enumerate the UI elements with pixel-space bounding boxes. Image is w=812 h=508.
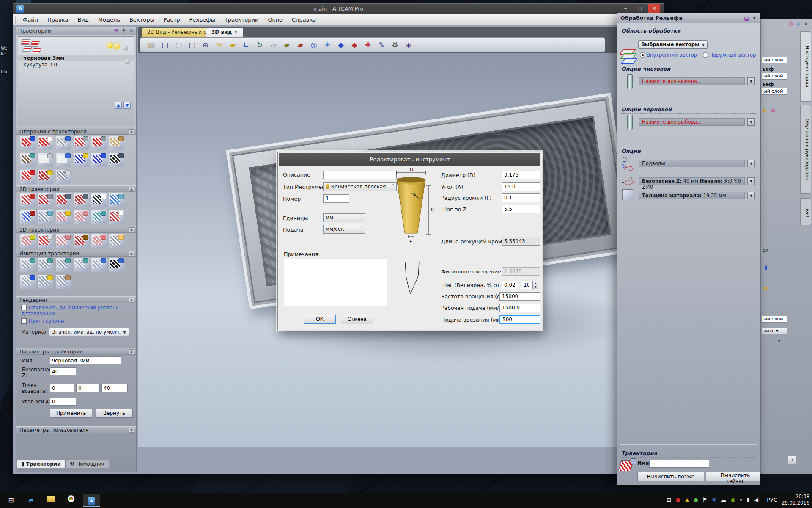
collapse-icon[interactable]: ▲	[129, 129, 134, 134]
toolpaths-panel-header[interactable]: Траектории ▤ ╀ ✕	[16, 27, 136, 35]
toolpath-item-tool[interactable]: кукуруза 3.0	[18, 61, 134, 68]
plunge-rate-input[interactable]	[499, 315, 540, 324]
safe-z-dropdown-icon[interactable]: ▼	[747, 177, 755, 185]
button-fragment[interactable]: вить ▾	[762, 328, 787, 334]
diamond-multi-icon[interactable]: ◈	[402, 39, 415, 51]
cloud-icon[interactable]: ☁	[721, 497, 726, 503]
material-dropdown[interactable]: Значен. имитац. по умолч.▼	[49, 328, 129, 336]
tool-icon-sim1-5[interactable]	[91, 258, 107, 272]
menu-item-10[interactable]: Справка	[287, 14, 321, 25]
taskbar-ie[interactable]: e	[22, 494, 39, 507]
close-icon[interactable]: ✕	[804, 21, 808, 27]
tab-assistant[interactable]: ⚒ Помощник	[66, 460, 110, 468]
network-icon[interactable]: ▮	[747, 497, 750, 503]
tool-icon-sim1-2[interactable]	[38, 258, 53, 272]
tool-icon-ops2-2[interactable]	[38, 153, 53, 167]
menu-item-7[interactable]: Рельефы	[185, 14, 220, 25]
up-arrow-icon[interactable]: ⬆	[763, 264, 769, 272]
vectors-dropdown[interactable]: Выбранные векторы▼	[638, 40, 708, 49]
view-cube-front-icon[interactable]: ▢	[159, 39, 171, 51]
tool-icon-ops3-2[interactable]	[38, 170, 53, 184]
tool-icon-d3r1-1[interactable]	[20, 234, 36, 248]
tab-tutorials[interactable]: Обучающие руководства	[800, 105, 811, 194]
radio-inner-vector[interactable]: Внутренний вектор	[640, 52, 697, 58]
tool-icon-ops1-5[interactable]	[91, 136, 107, 150]
gdrive-icon[interactable]: ▲	[685, 497, 689, 503]
tool-number-input[interactable]	[323, 194, 349, 203]
collapse-icon[interactable]: ▲	[129, 187, 134, 192]
tool-icon-d2r2-1[interactable]	[20, 210, 36, 224]
rings-icon[interactable]: ◎	[307, 39, 320, 51]
tool-icon-d2r2-6[interactable]	[109, 210, 124, 224]
revert-button[interactable]: Вернуть	[96, 409, 133, 418]
tool-icon-ops1-3[interactable]	[56, 136, 71, 150]
thickness-dropdown-icon[interactable]: ▼	[747, 192, 755, 199]
section-3d[interactable]: 3D траектории▲	[16, 226, 136, 233]
bluetooth-icon[interactable]: ❖	[712, 497, 717, 503]
stepover-spinner[interactable]: ▲▼	[532, 281, 538, 289]
tool-icon-sim1-6[interactable]	[109, 258, 124, 272]
menu-item-8[interactable]: Траектории	[220, 14, 263, 25]
tool-icon-sim1-3[interactable]	[56, 258, 71, 272]
light1-icon[interactable]	[107, 43, 113, 48]
tool-icon-ops1-1[interactable]	[20, 136, 36, 150]
return-y-input[interactable]	[76, 384, 100, 392]
safe-z-input[interactable]	[50, 367, 76, 375]
calc-later-button[interactable]: Вычислить позже	[637, 472, 704, 481]
section-2d[interactable]: 2D траектории▲	[16, 185, 136, 192]
checkbox[interactable]	[21, 318, 27, 324]
tab-live[interactable]: Live!	[800, 198, 811, 225]
move-up-button[interactable]: ▲	[115, 102, 122, 109]
plus-icon[interactable]: ✛	[796, 21, 801, 27]
description-input[interactable]	[323, 171, 397, 179]
stepdown-input[interactable]	[502, 205, 540, 213]
flower-icon[interactable]: ✿	[763, 285, 768, 291]
plane-olive-icon[interactable]: ▰	[280, 39, 293, 51]
toolpath-name-input[interactable]	[649, 460, 709, 468]
tool-icon-ops2-4[interactable]	[74, 153, 89, 167]
layer-name-fragment[interactable]: ый слой	[762, 73, 787, 80]
tool-icon-d3r1-4[interactable]	[74, 234, 89, 248]
finish-tool-picker[interactable]: Нажмите для выбора…	[639, 77, 745, 85]
cancel-button[interactable]: Отмена	[341, 315, 373, 324]
toolpath-visibility-icon[interactable]	[124, 59, 130, 64]
taskbar-chrome[interactable]	[63, 494, 80, 507]
collapse-icon[interactable]: ▼	[129, 428, 134, 433]
zoom-icon[interactable]: ⊕	[199, 39, 212, 51]
collapse-icon[interactable]: ▲	[129, 227, 134, 232]
tool-icon-ops1-6[interactable]	[109, 136, 124, 150]
layer-name-fragment[interactable]: ый слой	[762, 316, 787, 323]
draw-plane-icon[interactable]: ▰	[294, 39, 307, 51]
toolpath-list[interactable]: черновая 3мм кукуруза 3.0 ▲ ▼	[18, 36, 134, 126]
tool-icon-d2r1-6[interactable]	[109, 193, 124, 207]
tool-icon-ops3-1[interactable]	[20, 170, 36, 184]
tool-icon-d2r1-2[interactable]	[38, 193, 53, 207]
return-z-input[interactable]	[102, 384, 128, 392]
menu-item-4[interactable]: Модель	[93, 14, 125, 25]
tool-icon-d3r1-3[interactable]	[56, 234, 71, 248]
flower-icon[interactable]: ✿	[771, 108, 775, 113]
tool-icon-d2r1-3[interactable]	[56, 193, 71, 207]
view-cube-top-icon[interactable]: ▢	[186, 39, 198, 51]
tool-icon-sim1-4[interactable]	[74, 258, 89, 272]
tool-type-dropdown[interactable]: Коническая плоская˅	[323, 182, 397, 191]
diameter-input[interactable]	[502, 171, 540, 179]
menu-item-1[interactable]: Файл	[18, 14, 43, 25]
menu-item-5[interactable]: Векторы	[125, 14, 159, 25]
toolpath-item-selected[interactable]: черновая 3мм	[18, 55, 134, 61]
tool-icon-d2r2-4[interactable]	[74, 210, 89, 224]
taskbar-artcam[interactable]: A	[83, 494, 100, 507]
spindle-input[interactable]	[499, 292, 540, 301]
a-axis-input[interactable]	[50, 398, 76, 406]
feed-rate-input[interactable]	[499, 304, 540, 312]
snowflake-icon[interactable]: ✳	[321, 39, 334, 51]
tab-close-icon[interactable]: ✕	[233, 29, 238, 35]
menu-item-9[interactable]: Окно	[263, 14, 287, 25]
menu-item-2[interactable]: Правка	[43, 14, 73, 25]
diamond-red-icon[interactable]: ◆	[348, 39, 361, 51]
flower-icon[interactable]: ✿	[763, 108, 767, 113]
section-params[interactable]: Параметры траектории▲	[16, 348, 136, 355]
stepover-input[interactable]	[502, 281, 519, 289]
apply-button[interactable]: Применить	[50, 409, 92, 418]
pin-icon[interactable]: ╀	[123, 28, 127, 33]
